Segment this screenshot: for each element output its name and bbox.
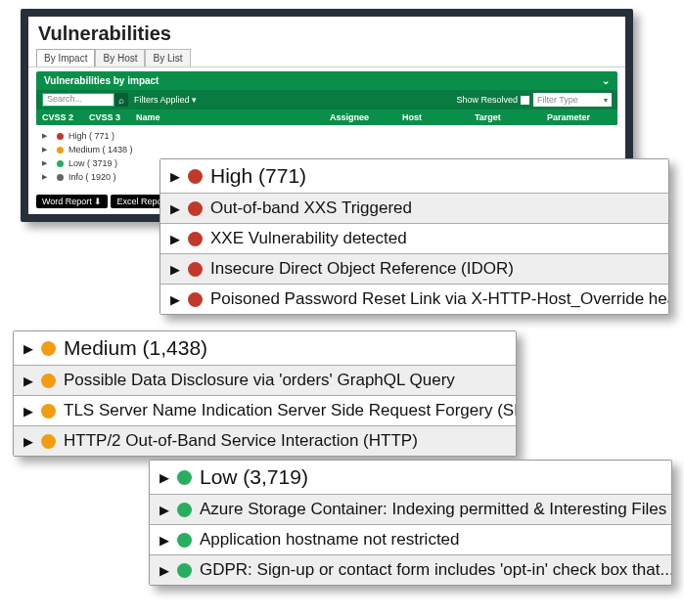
card-header-label: Medium (1,438) xyxy=(64,336,207,360)
severity-label: High ( 771 ) xyxy=(68,131,114,141)
severity-label: Low ( 3719 ) xyxy=(68,158,117,168)
caret-icon: ▶ xyxy=(160,470,169,485)
vuln-name: GDPR: Sign-up or contact form includes '… xyxy=(200,560,671,580)
col-target[interactable]: Target xyxy=(475,112,543,122)
caret-icon: ▶ xyxy=(170,292,180,307)
col-name[interactable]: Name xyxy=(136,112,326,122)
severity-dot-low xyxy=(57,160,64,167)
tab-by-host[interactable]: By Host xyxy=(95,49,145,66)
show-resolved-toggle[interactable]: Show Resolved xyxy=(456,95,529,105)
vuln-row[interactable]: ▶XXE Vulnerability detected xyxy=(160,224,668,254)
list-item[interactable]: ▶Medium ( 1438 ) xyxy=(42,143,617,156)
severity-dot-medium xyxy=(41,404,56,418)
filter-row: Search... ⌕ Filters Applied ▾ Show Resol… xyxy=(36,90,617,110)
caret-icon: ▶ xyxy=(42,159,52,167)
col-parameter[interactable]: Parameter xyxy=(547,112,612,122)
caret-icon: ▶ xyxy=(170,262,180,277)
show-resolved-checkbox[interactable] xyxy=(521,96,529,105)
tab-by-list[interactable]: By List xyxy=(145,49,190,66)
col-assignee[interactable]: Assignee xyxy=(330,112,398,122)
word-report-button[interactable]: Word Report ⬇ xyxy=(36,195,108,208)
caret-icon: ▶ xyxy=(23,434,33,449)
vuln-row[interactable]: ▶Insecure Direct Object Reference (IDOR) xyxy=(160,254,668,285)
caret-icon: ▶ xyxy=(170,232,180,246)
filters-applied-button[interactable]: Filters Applied ▾ xyxy=(128,95,203,105)
vuln-name: TLS Server Name Indication Server Side R… xyxy=(64,401,516,420)
collapse-icon[interactable]: ⌄ xyxy=(602,75,610,86)
table-headers: CVSS 2 CVSS 3 Name Assignee Host Target … xyxy=(36,110,617,125)
severity-dot-high xyxy=(188,169,203,184)
vuln-row[interactable]: ▶Possible Data Disclosure via 'orders' G… xyxy=(14,366,516,396)
caret-icon: ▶ xyxy=(42,146,52,154)
col-cvss3[interactable]: CVSS 3 xyxy=(89,112,132,122)
search-input[interactable]: Search... xyxy=(42,93,114,107)
vuln-name: HTTP/2 Out-of-Band Service Interaction (… xyxy=(64,431,418,451)
vuln-row[interactable]: ▶Azure Storage Container: Indexing permi… xyxy=(150,495,671,525)
card-header[interactable]: ▶ High (771) xyxy=(160,159,668,194)
severity-dot-medium xyxy=(41,341,56,356)
vuln-row[interactable]: ▶GDPR: Sign-up or contact form includes … xyxy=(150,555,671,585)
severity-dot-low xyxy=(177,533,192,548)
card-header[interactable]: ▶ Low (3,719) xyxy=(150,461,671,495)
severity-dot-low xyxy=(177,563,192,578)
col-host[interactable]: Host xyxy=(402,112,471,122)
caret-icon: ▶ xyxy=(23,404,33,418)
card-header-label: Low (3,719) xyxy=(200,465,308,489)
vuln-name: Application hostname not restricted xyxy=(200,530,460,550)
severity-dot-medium xyxy=(41,434,56,449)
chevron-down-icon: ▾ xyxy=(604,96,608,105)
vuln-name: Possible Data Disclosure via 'orders' Gr… xyxy=(64,371,455,390)
severity-dot-info xyxy=(57,174,64,181)
page-title: Vulnerabilities xyxy=(28,17,625,49)
severity-dot-high xyxy=(57,133,64,140)
severity-dot-low xyxy=(177,503,192,517)
severity-dot-high xyxy=(188,262,203,277)
filter-type-select[interactable]: Filter Type▾ xyxy=(533,93,612,107)
severity-dot-medium xyxy=(41,374,56,388)
list-item[interactable]: ▶High ( 771 ) xyxy=(42,129,617,143)
tab-by-impact[interactable]: By Impact xyxy=(36,49,95,66)
severity-dot-high xyxy=(188,232,203,246)
vuln-name: Azure Storage Container: Indexing permit… xyxy=(200,500,671,519)
vuln-name: Out-of-band XXS Triggered xyxy=(210,198,412,218)
vuln-row[interactable]: ▶Application hostname not restricted xyxy=(150,525,671,555)
severity-label: Medium ( 1438 ) xyxy=(68,145,133,154)
col-cvss2[interactable]: CVSS 2 xyxy=(42,112,85,122)
caret-icon: ▶ xyxy=(160,533,169,548)
caret-icon: ▶ xyxy=(23,341,33,356)
severity-dot-low xyxy=(177,470,192,485)
severity-dot-medium xyxy=(57,147,64,154)
caret-icon: ▶ xyxy=(23,374,33,388)
card-header[interactable]: ▶ Medium (1,438) xyxy=(14,331,516,366)
caret-icon: ▶ xyxy=(42,173,52,181)
severity-dot-high xyxy=(188,201,203,216)
severity-dot-high xyxy=(188,292,203,307)
low-severity-card: ▶ Low (3,719) ▶Azure Storage Container: … xyxy=(149,460,672,586)
severity-label: Info ( 1920 ) xyxy=(68,172,116,182)
band-title: Vulnerabilities by impact xyxy=(44,75,159,86)
card-header-label: High (771) xyxy=(210,164,306,188)
search-icon[interactable]: ⌕ xyxy=(114,93,128,107)
vuln-name: Insecure Direct Object Reference (IDOR) xyxy=(210,259,514,279)
medium-severity-card: ▶ Medium (1,438) ▶Possible Data Disclosu… xyxy=(13,330,517,457)
vuln-row[interactable]: ▶Poisoned Password Reset Link via X-HTTP… xyxy=(160,285,668,314)
vuln-name: XXE Vulnerability detected xyxy=(210,229,407,248)
impact-band: Vulnerabilities by impact ⌄ Search... ⌕ … xyxy=(36,71,617,125)
caret-icon: ▶ xyxy=(170,169,180,184)
vuln-row[interactable]: ▶HTTP/2 Out-of-Band Service Interaction … xyxy=(14,426,516,456)
vuln-row[interactable]: ▶TLS Server Name Indication Server Side … xyxy=(14,396,516,426)
vuln-name: Poisoned Password Reset Link via X-HTTP-… xyxy=(210,289,668,309)
caret-icon: ▶ xyxy=(170,201,180,216)
high-severity-card: ▶ High (771) ▶Out-of-band XXS Triggered … xyxy=(160,158,669,315)
caret-icon: ▶ xyxy=(42,132,52,140)
caret-icon: ▶ xyxy=(160,563,169,578)
caret-icon: ▶ xyxy=(160,503,169,517)
vuln-row[interactable]: ▶Out-of-band XXS Triggered xyxy=(160,194,668,224)
view-tabs: By Impact By Host By List xyxy=(28,49,625,67)
